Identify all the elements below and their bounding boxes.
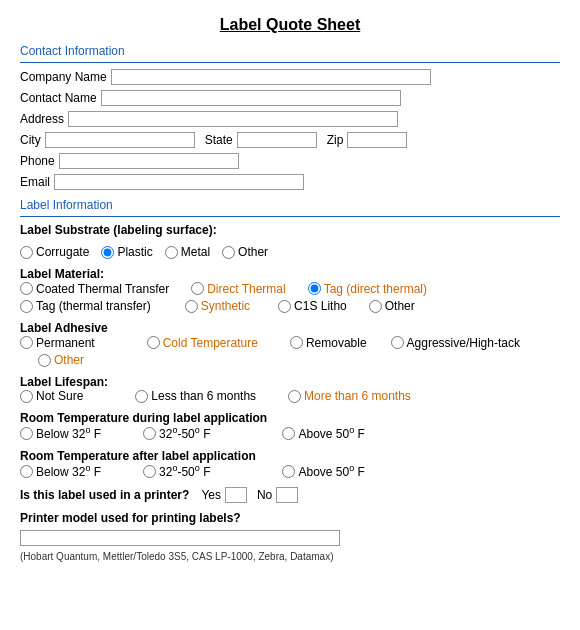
page-title: Label Quote Sheet	[20, 16, 560, 34]
lifespan-group: Not Sure Less than 6 months More than 6 …	[20, 389, 560, 403]
adhesive-removable[interactable]: Removable	[290, 336, 367, 350]
room-temp-apply-label: Room Temperature during label applicatio…	[20, 411, 556, 425]
material-group: Coated Thermal Transfer Direct Thermal T…	[20, 281, 560, 313]
after-32-50[interactable]: 32o-50o F	[143, 463, 210, 479]
zip-input[interactable]	[347, 132, 407, 148]
substrate-other[interactable]: Other	[222, 245, 268, 259]
contact-name-label: Contact Name	[20, 91, 97, 105]
substrate-label: Label Substrate (labeling surface):	[20, 223, 556, 237]
adhesive-group: Permanent Cold Temperature Removable Agg…	[20, 335, 560, 367]
label-section-title: Label Information	[20, 198, 560, 212]
substrate-group: Corrugate Plastic Metal Other	[20, 245, 560, 259]
room-temp-apply-group: Below 32o F 32o-50o F Above 50o F	[20, 425, 560, 441]
room-temp-after-group: Below 32o F 32o-50o F Above 50o F	[20, 463, 560, 479]
apply-32-50[interactable]: 32o-50o F	[143, 425, 210, 441]
printer-model-input[interactable]	[20, 530, 340, 546]
lifespan-less-6[interactable]: Less than 6 months	[135, 389, 256, 403]
printer-question-label: Is this label used in a printer?	[20, 488, 189, 502]
adhesive-label: Label Adhesive	[20, 321, 556, 335]
city-label: City	[20, 133, 41, 147]
lifespan-more-6[interactable]: More than 6 months	[288, 389, 411, 403]
contact-name-input[interactable]	[101, 90, 401, 106]
state-input[interactable]	[237, 132, 317, 148]
printer-no-input[interactable]	[276, 487, 298, 503]
after-above50[interactable]: Above 50o F	[282, 463, 364, 479]
phone-label: Phone	[20, 154, 55, 168]
adhesive-cold[interactable]: Cold Temperature	[147, 336, 258, 350]
apply-above50[interactable]: Above 50o F	[282, 425, 364, 441]
city-input[interactable]	[45, 132, 195, 148]
zip-label: Zip	[327, 133, 344, 147]
phone-input[interactable]	[59, 153, 239, 169]
material-coated-thermal[interactable]: Coated Thermal Transfer	[20, 282, 169, 296]
material-c1s[interactable]: C1S Litho	[278, 299, 347, 313]
after-below32[interactable]: Below 32o F	[20, 463, 101, 479]
email-input[interactable]	[54, 174, 304, 190]
adhesive-aggressive[interactable]: Aggressive/High-tack	[391, 336, 520, 350]
state-label: State	[205, 133, 233, 147]
lifespan-label: Label Lifespan:	[20, 375, 556, 389]
yes-label: Yes	[201, 488, 221, 502]
room-temp-after-label: Room Temperature after label application	[20, 449, 556, 463]
material-synthetic[interactable]: Synthetic	[185, 299, 250, 313]
email-label: Email	[20, 175, 50, 189]
adhesive-other[interactable]: Other	[38, 353, 84, 367]
address-label: Address	[20, 112, 64, 126]
material-tag-direct[interactable]: Tag (direct thermal)	[308, 282, 427, 296]
material-other[interactable]: Other	[369, 299, 415, 313]
substrate-plastic[interactable]: Plastic	[101, 245, 152, 259]
lifespan-not-sure[interactable]: Not Sure	[20, 389, 83, 403]
material-direct-thermal[interactable]: Direct Thermal	[191, 282, 285, 296]
substrate-corrugate[interactable]: Corrugate	[20, 245, 89, 259]
company-name-input[interactable]	[111, 69, 431, 85]
printer-yes-input[interactable]	[225, 487, 247, 503]
company-name-label: Company Name	[20, 70, 107, 84]
apply-below32[interactable]: Below 32o F	[20, 425, 101, 441]
printer-model-label: Printer model used for printing labels?	[20, 511, 241, 525]
material-label: Label Material:	[20, 267, 556, 281]
material-tag-thermal[interactable]: Tag (thermal transfer)	[20, 299, 151, 313]
substrate-metal[interactable]: Metal	[165, 245, 210, 259]
adhesive-permanent[interactable]: Permanent	[20, 336, 95, 350]
address-input[interactable]	[68, 111, 398, 127]
printer-note: (Hobart Quantum, Mettler/Toledo 3S5, CAS…	[20, 551, 560, 562]
no-label: No	[257, 488, 272, 502]
contact-section-title: Contact Information	[20, 44, 560, 58]
